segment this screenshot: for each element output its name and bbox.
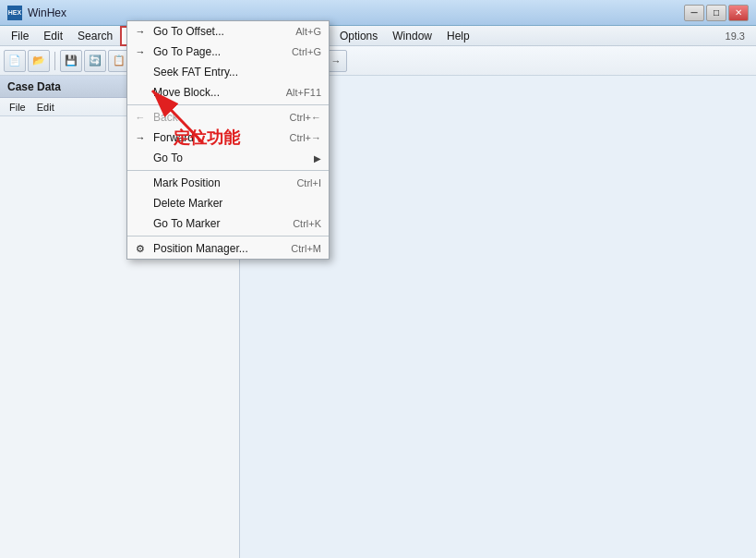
dropdown-position-manager[interactable]: ⚙ Position Manager... Ctrl+M: [127, 238, 329, 259]
minimize-button[interactable]: ─: [684, 5, 704, 21]
close-button[interactable]: ✕: [728, 5, 749, 21]
title-bar: HEX WinHex ─ □ ✕: [0, 0, 756, 26]
menu-help[interactable]: Help: [439, 26, 477, 46]
dropdown-seek-fat[interactable]: Seek FAT Entry...: [127, 62, 329, 82]
arrow-right-icon3: →: [133, 132, 148, 143]
toolbar-open[interactable]: 📂: [28, 50, 50, 72]
dropdown-forward[interactable]: → Forward Ctrl+→: [127, 127, 329, 148]
navigation-dropdown: → Go To Offset... Alt+G → Go To Page... …: [126, 20, 330, 260]
toolbar-btn4[interactable]: 🔄: [84, 50, 106, 72]
toolbar: 📄 📂 💾 🔄 📋 📋 101 🔍 🔎 A↑ A↓ ← →: [0, 46, 756, 76]
title-bar-controls: ─ □ ✕: [684, 5, 749, 21]
submenu-arrow-icon: ▶: [314, 153, 321, 164]
dropdown-sep2: [127, 170, 329, 171]
maximize-button[interactable]: □: [706, 5, 726, 21]
gear-icon: ⚙: [133, 243, 148, 255]
title-bar-left: HEX WinHex: [7, 6, 66, 20]
arrow-right-icon: →: [133, 26, 148, 37]
toolbar-btn3[interactable]: 💾: [60, 50, 82, 72]
menu-bar: File Edit Search Navigation View Tools S…: [0, 26, 756, 46]
dropdown-go-to[interactable]: Go To ▶: [127, 148, 329, 168]
menu-search[interactable]: Search: [70, 26, 120, 46]
arrow-left-icon: ←: [133, 112, 148, 123]
dropdown-go-to-marker[interactable]: Go To Marker Ctrl+K: [127, 213, 329, 234]
panel-menu-edit[interactable]: Edit: [31, 101, 60, 114]
dropdown-go-to-page[interactable]: → Go To Page... Ctrl+G: [127, 42, 329, 62]
toolbar-sep1: [54, 52, 55, 70]
dropdown-mark-position[interactable]: Mark Position Ctrl+I: [127, 173, 329, 193]
main-area: Case Data File Edit: [0, 76, 756, 558]
dropdown-back[interactable]: ← Back Ctrl+←: [127, 107, 329, 127]
menu-edit[interactable]: Edit: [36, 26, 70, 46]
app-title: WinHex: [28, 6, 66, 19]
menu-window[interactable]: Window: [385, 26, 439, 46]
menu-options[interactable]: Options: [332, 26, 385, 46]
panel-menu-file[interactable]: File: [4, 101, 31, 114]
dropdown-move-block[interactable]: Move Block... Alt+F11: [127, 82, 329, 103]
version-badge: 19.3: [726, 30, 752, 42]
dropdown-sep3: [127, 236, 329, 237]
dropdown-sep1: [127, 104, 329, 105]
dropdown-go-to-offset[interactable]: → Go To Offset... Alt+G: [127, 21, 329, 42]
dropdown-delete-marker[interactable]: Delete Marker: [127, 193, 329, 213]
arrow-right-icon2: →: [133, 46, 148, 57]
toolbar-new[interactable]: 📄: [4, 50, 26, 72]
menu-file[interactable]: File: [4, 26, 36, 46]
app-icon: HEX: [7, 6, 22, 20]
